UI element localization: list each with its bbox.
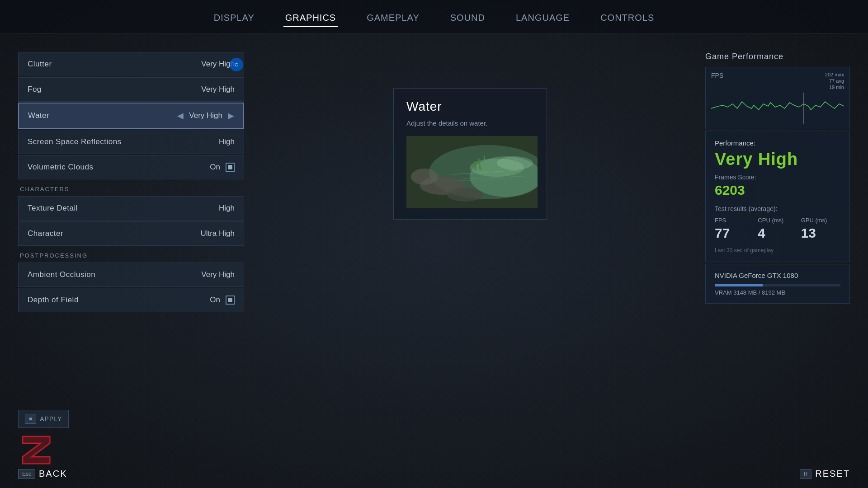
content-area: Clutter Very High Fog Very High Water ◀	[0, 34, 868, 405]
svg-point-5	[411, 169, 438, 185]
setting-value-container-volumetric-clouds: On	[210, 163, 235, 172]
water-preview-image	[406, 136, 538, 208]
setting-row-screen-space-reflections[interactable]: Screen Space Reflections High	[18, 130, 244, 154]
section-header-postprocessing: POSTPROCESSING	[18, 247, 244, 263]
back-label: BACK	[39, 469, 67, 479]
setting-value-container-character: Ultra High	[200, 229, 235, 238]
reset-key-badge: R	[800, 469, 812, 479]
setting-row-depth-of-field[interactable]: Depth of Field On	[18, 288, 244, 312]
fps-label-row: FPS 202 max 77 avg 19 min	[711, 72, 844, 90]
setting-value-container-ao: Very High	[201, 270, 235, 279]
setting-value-water: Very High	[189, 111, 222, 120]
vram-bar-background	[715, 284, 840, 286]
setting-value-ssr: High	[219, 137, 235, 146]
setting-label-texture-detail: Texture Detail	[28, 204, 78, 213]
fps-values: 202 max 77 avg 19 min	[825, 72, 844, 90]
fps-label: FPS	[711, 72, 723, 90]
last-gameplay-note: Last 30 sec of gameplay	[715, 247, 840, 253]
z-logo	[18, 434, 54, 466]
nav-controls[interactable]: Controls	[599, 9, 656, 27]
nav-graphics[interactable]: Graphics	[283, 9, 338, 27]
svg-point-4	[447, 188, 483, 202]
setting-row-clutter[interactable]: Clutter Very High	[18, 52, 244, 76]
bottom-bar: ■ APPLY Esc BACK R RESET	[0, 405, 868, 488]
fps-avg: 77 avg	[829, 78, 844, 84]
setting-label-water: Water	[28, 111, 49, 120]
performance-title: Game Performance	[705, 52, 850, 61]
setting-value-volumetric-clouds: On	[210, 163, 220, 172]
apply-label: APPLY	[40, 415, 62, 422]
frames-score-value: 6203	[715, 183, 840, 198]
back-key-badge: Esc	[18, 469, 35, 479]
nav-sound[interactable]: Sound	[448, 9, 487, 27]
setting-value-depth-of-field: On	[210, 296, 220, 305]
volumetric-clouds-checkbox[interactable]	[226, 163, 235, 172]
test-col-cpu: CPU (ms) 4	[758, 217, 797, 241]
test-results-grid: FPS 77 CPU (ms) 4 GPU (ms) 13	[715, 217, 840, 241]
setting-label-fog: Fog	[28, 85, 42, 94]
back-section: ■ APPLY Esc BACK	[18, 410, 69, 479]
setting-label-ssr: Screen Space Reflections	[28, 137, 122, 146]
setting-row-character[interactable]: Character Ultra High	[18, 221, 244, 246]
setting-label-clutter: Clutter	[28, 60, 52, 69]
vram-bar-fill	[715, 284, 763, 286]
water-info-title: Water	[406, 99, 534, 114]
performance-rating-label: Performance:	[715, 139, 840, 147]
reset-button[interactable]: R RESET	[800, 469, 850, 479]
test-fps-label: FPS	[715, 217, 754, 224]
apply-key-badge: ■	[25, 414, 36, 424]
setting-row-texture-detail[interactable]: Texture Detail High	[18, 196, 244, 221]
setting-value-container-texture: High	[219, 204, 235, 213]
svg-marker-16	[23, 436, 50, 464]
nav-language[interactable]: Language	[514, 9, 571, 27]
water-arrow-left[interactable]: ◀	[177, 111, 184, 121]
water-info-description: Adjust the details on water.	[406, 118, 534, 128]
depth-of-field-checkbox[interactable]	[226, 296, 235, 305]
frames-score-label: Frames Score:	[715, 174, 840, 181]
setting-value-container-dof: On	[210, 296, 235, 305]
nav-gameplay[interactable]: Gameplay	[365, 9, 421, 27]
fps-max: 202 max	[825, 72, 844, 77]
setting-label-depth-of-field: Depth of Field	[28, 296, 79, 305]
test-cpu-value: 4	[758, 225, 797, 241]
setting-value-container-ssr: High	[219, 137, 235, 146]
setting-label-character: Character	[28, 229, 63, 238]
perf-score-container: Performance: Very High Frames Score: 620…	[705, 131, 850, 262]
top-nav: Display Graphics Gameplay Sound Language…	[0, 0, 868, 34]
preview-panel: Water Adjust the details on water.	[258, 52, 692, 220]
setting-label-volumetric-clouds: Volumetric Clouds	[28, 163, 94, 172]
test-col-fps: FPS 77	[715, 217, 754, 241]
water-arrow-right[interactable]: ▶	[228, 111, 234, 121]
water-info-card: Water Adjust the details on water.	[393, 88, 547, 220]
test-cpu-label: CPU (ms)	[758, 217, 797, 224]
section-header-characters: CHARACTERS	[18, 180, 244, 196]
test-results-label: Test results (average):	[715, 205, 840, 212]
gpu-name: NVIDIA GeForce GTX 1080	[715, 272, 840, 279]
fps-chart-container: FPS 202 max 77 avg 19 min	[705, 67, 850, 129]
apply-button[interactable]: ■ APPLY	[18, 410, 69, 428]
gpu-container: NVIDIA GeForce GTX 1080 VRAM 3148 MB / 8…	[705, 264, 850, 304]
setting-value-container-water: ◀ Very High ▶	[177, 111, 234, 121]
setting-value-texture-detail: High	[219, 204, 235, 213]
fps-min: 19 min	[829, 84, 844, 90]
test-col-gpu: GPU (ms) 13	[801, 217, 840, 241]
setting-row-fog[interactable]: Fog Very High	[18, 77, 244, 102]
setting-row-volumetric-clouds[interactable]: Volumetric Clouds On	[18, 155, 244, 179]
fps-chart-area	[711, 93, 844, 124]
back-button[interactable]: Esc BACK	[18, 469, 69, 479]
setting-value-fog: Very High	[201, 85, 235, 94]
performance-rating-value: Very High	[715, 150, 840, 169]
test-fps-value: 77	[715, 225, 754, 241]
settings-panel: Clutter Very High Fog Very High Water ◀	[18, 52, 244, 313]
settings-list: Clutter Very High Fog Very High Water ◀	[18, 52, 244, 313]
setting-value-character: Ultra High	[200, 229, 235, 238]
ubisoft-connect-icon	[230, 58, 243, 71]
vram-text: VRAM 3148 MB / 8192 MB	[715, 289, 840, 296]
test-gpu-value: 13	[801, 225, 840, 241]
setting-row-water[interactable]: Water ◀ Very High ▶	[18, 103, 244, 129]
setting-value-ambient-occlusion: Very High	[201, 270, 235, 279]
setting-value-container-fog: Very High	[201, 85, 235, 94]
performance-panel: Game Performance FPS 202 max 77 avg 19 m…	[705, 52, 850, 304]
setting-row-ambient-occlusion[interactable]: Ambient Occlusion Very High	[18, 263, 244, 287]
nav-display[interactable]: Display	[212, 9, 256, 27]
